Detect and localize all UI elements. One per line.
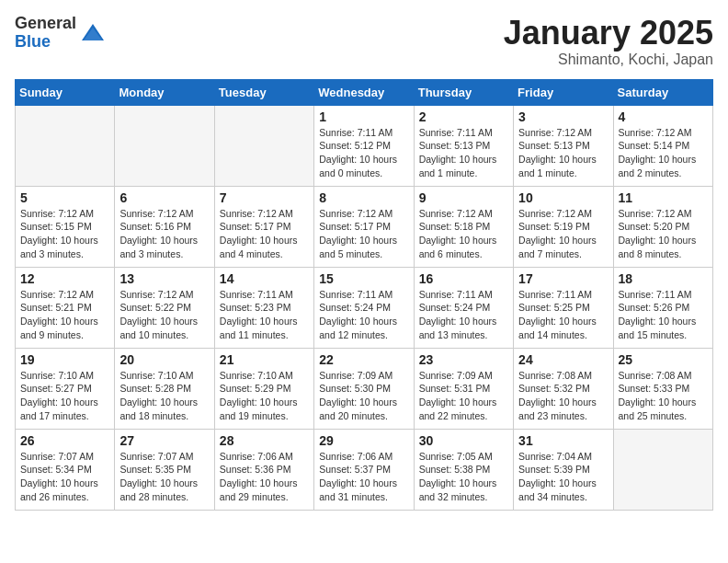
page-header: General Blue January 2025 Shimanto, Koch…	[15, 15, 713, 68]
day-info: Sunrise: 7:12 AMSunset: 5:19 PMDaylight:…	[518, 207, 608, 261]
day-info: Sunrise: 7:12 AMSunset: 5:15 PMDaylight:…	[20, 207, 109, 261]
day-info: Sunrise: 7:12 AMSunset: 5:13 PMDaylight:…	[518, 126, 608, 180]
calendar-cell	[613, 429, 712, 510]
day-info: Sunrise: 7:12 AMSunset: 5:16 PMDaylight:…	[119, 207, 209, 261]
calendar-title: January 2025	[504, 15, 713, 52]
day-info: Sunrise: 7:07 AMSunset: 5:34 PMDaylight:…	[20, 450, 109, 504]
calendar-cell: 28Sunrise: 7:06 AMSunset: 5:36 PMDayligh…	[214, 429, 313, 510]
calendar-cell: 27Sunrise: 7:07 AMSunset: 5:35 PMDayligh…	[115, 429, 214, 510]
day-number: 10	[518, 190, 608, 205]
day-info: Sunrise: 7:11 AMSunset: 5:13 PMDaylight:…	[419, 126, 508, 180]
calendar-cell: 30Sunrise: 7:05 AMSunset: 5:38 PMDayligh…	[414, 429, 513, 510]
calendar-cell: 6Sunrise: 7:12 AMSunset: 5:16 PMDaylight…	[115, 186, 214, 267]
day-number: 18	[619, 271, 708, 286]
calendar-cell: 1Sunrise: 7:11 AMSunset: 5:12 PMDaylight…	[314, 105, 414, 186]
day-info: Sunrise: 7:12 AMSunset: 5:17 PMDaylight:…	[220, 207, 309, 261]
calendar-cell	[115, 105, 214, 186]
day-info: Sunrise: 7:12 AMSunset: 5:14 PMDaylight:…	[619, 126, 708, 180]
day-number: 7	[220, 190, 309, 205]
day-info: Sunrise: 7:06 AMSunset: 5:36 PMDaylight:…	[220, 450, 309, 504]
day-number: 30	[419, 433, 508, 448]
calendar-cell: 29Sunrise: 7:06 AMSunset: 5:37 PMDayligh…	[314, 429, 414, 510]
weekday-header: Tuesday	[214, 79, 313, 105]
day-info: Sunrise: 7:09 AMSunset: 5:30 PMDaylight:…	[319, 369, 408, 423]
calendar-cell: 2Sunrise: 7:11 AMSunset: 5:13 PMDaylight…	[414, 105, 513, 186]
weekday-header: Friday	[514, 79, 613, 105]
day-number: 22	[319, 352, 408, 367]
calendar-week-row: 12Sunrise: 7:12 AMSunset: 5:21 PMDayligh…	[16, 267, 713, 348]
day-number: 29	[319, 433, 408, 448]
calendar-subtitle: Shimanto, Kochi, Japan	[504, 52, 713, 68]
calendar-cell: 19Sunrise: 7:10 AMSunset: 5:27 PMDayligh…	[16, 348, 115, 429]
day-number: 1	[319, 109, 408, 124]
day-number: 26	[20, 433, 109, 448]
day-info: Sunrise: 7:11 AMSunset: 5:24 PMDaylight:…	[419, 288, 508, 342]
weekday-header: Monday	[115, 79, 214, 105]
day-info: Sunrise: 7:11 AMSunset: 5:24 PMDaylight:…	[319, 288, 408, 342]
calendar-cell: 17Sunrise: 7:11 AMSunset: 5:25 PMDayligh…	[514, 267, 613, 348]
calendar-cell: 11Sunrise: 7:12 AMSunset: 5:20 PMDayligh…	[613, 186, 712, 267]
weekday-header: Saturday	[613, 79, 712, 105]
day-number: 23	[419, 352, 508, 367]
calendar-cell	[214, 105, 313, 186]
calendar-cell: 26Sunrise: 7:07 AMSunset: 5:34 PMDayligh…	[16, 429, 115, 510]
day-info: Sunrise: 7:10 AMSunset: 5:28 PMDaylight:…	[119, 369, 209, 423]
day-number: 12	[20, 271, 109, 286]
day-number: 13	[119, 271, 209, 286]
weekday-header: Thursday	[414, 79, 513, 105]
day-info: Sunrise: 7:10 AMSunset: 5:29 PMDaylight:…	[220, 369, 309, 423]
day-info: Sunrise: 7:10 AMSunset: 5:27 PMDaylight:…	[20, 369, 109, 423]
day-number: 31	[518, 433, 608, 448]
calendar-cell: 7Sunrise: 7:12 AMSunset: 5:17 PMDaylight…	[214, 186, 313, 267]
calendar-week-row: 26Sunrise: 7:07 AMSunset: 5:34 PMDayligh…	[16, 429, 713, 510]
calendar-cell: 16Sunrise: 7:11 AMSunset: 5:24 PMDayligh…	[414, 267, 513, 348]
day-number: 27	[119, 433, 209, 448]
calendar-table: SundayMondayTuesdayWednesdayThursdayFrid…	[15, 79, 713, 511]
day-info: Sunrise: 7:06 AMSunset: 5:37 PMDaylight:…	[319, 450, 408, 504]
day-number: 21	[220, 352, 309, 367]
calendar-cell: 5Sunrise: 7:12 AMSunset: 5:15 PMDaylight…	[16, 186, 115, 267]
calendar-cell: 22Sunrise: 7:09 AMSunset: 5:30 PMDayligh…	[314, 348, 414, 429]
calendar-cell: 14Sunrise: 7:11 AMSunset: 5:23 PMDayligh…	[214, 267, 313, 348]
day-number: 17	[518, 271, 608, 286]
calendar-cell: 8Sunrise: 7:12 AMSunset: 5:17 PMDaylight…	[314, 186, 414, 267]
day-number: 14	[220, 271, 309, 286]
day-number: 5	[20, 190, 109, 205]
day-number: 24	[518, 352, 608, 367]
day-number: 6	[119, 190, 209, 205]
day-info: Sunrise: 7:04 AMSunset: 5:39 PMDaylight:…	[518, 450, 608, 504]
day-info: Sunrise: 7:12 AMSunset: 5:21 PMDaylight:…	[20, 288, 109, 342]
logo-blue: Blue	[15, 33, 76, 52]
weekday-header: Sunday	[16, 79, 115, 105]
day-number: 15	[319, 271, 408, 286]
weekday-header: Wednesday	[314, 79, 414, 105]
day-info: Sunrise: 7:07 AMSunset: 5:35 PMDaylight:…	[119, 450, 209, 504]
logo: General Blue	[15, 15, 106, 52]
day-info: Sunrise: 7:11 AMSunset: 5:12 PMDaylight:…	[319, 126, 408, 180]
calendar-week-row: 1Sunrise: 7:11 AMSunset: 5:12 PMDaylight…	[16, 105, 713, 186]
day-info: Sunrise: 7:11 AMSunset: 5:26 PMDaylight:…	[619, 288, 708, 342]
day-number: 16	[419, 271, 508, 286]
day-info: Sunrise: 7:11 AMSunset: 5:25 PMDaylight:…	[518, 288, 608, 342]
title-area: January 2025 Shimanto, Kochi, Japan	[504, 15, 713, 68]
day-info: Sunrise: 7:12 AMSunset: 5:18 PMDaylight:…	[419, 207, 508, 261]
day-number: 3	[518, 109, 608, 124]
calendar-cell: 4Sunrise: 7:12 AMSunset: 5:14 PMDaylight…	[613, 105, 712, 186]
calendar-cell: 23Sunrise: 7:09 AMSunset: 5:31 PMDayligh…	[414, 348, 513, 429]
day-number: 19	[20, 352, 109, 367]
calendar-cell: 9Sunrise: 7:12 AMSunset: 5:18 PMDaylight…	[414, 186, 513, 267]
day-info: Sunrise: 7:05 AMSunset: 5:38 PMDaylight:…	[419, 450, 508, 504]
day-number: 4	[619, 109, 708, 124]
day-number: 11	[619, 190, 708, 205]
calendar-cell: 21Sunrise: 7:10 AMSunset: 5:29 PMDayligh…	[214, 348, 313, 429]
day-number: 20	[119, 352, 209, 367]
calendar-cell: 12Sunrise: 7:12 AMSunset: 5:21 PMDayligh…	[16, 267, 115, 348]
logo-icon	[80, 20, 106, 46]
day-info: Sunrise: 7:12 AMSunset: 5:22 PMDaylight:…	[119, 288, 209, 342]
calendar-cell: 3Sunrise: 7:12 AMSunset: 5:13 PMDaylight…	[514, 105, 613, 186]
day-info: Sunrise: 7:09 AMSunset: 5:31 PMDaylight:…	[419, 369, 508, 423]
calendar-cell: 10Sunrise: 7:12 AMSunset: 5:19 PMDayligh…	[514, 186, 613, 267]
day-info: Sunrise: 7:08 AMSunset: 5:33 PMDaylight:…	[619, 369, 708, 423]
weekday-header-row: SundayMondayTuesdayWednesdayThursdayFrid…	[16, 79, 713, 105]
day-number: 2	[419, 109, 508, 124]
